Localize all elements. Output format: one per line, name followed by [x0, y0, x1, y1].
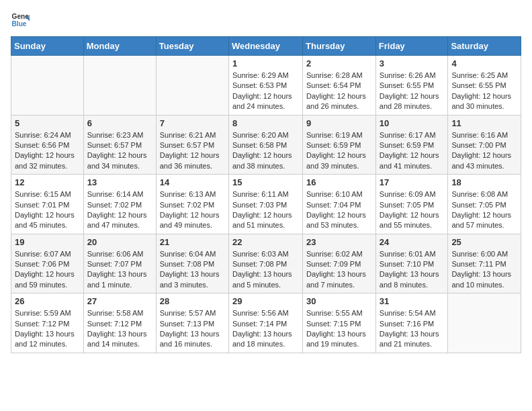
week-row-4: 19Sunrise: 6:07 AM Sunset: 7:06 PM Dayli…: [11, 234, 521, 293]
day-number: 12: [15, 177, 80, 187]
day-number: 26: [15, 296, 80, 306]
day-info: Sunrise: 6:20 AM Sunset: 6:58 PM Dayligh…: [232, 130, 299, 172]
week-row-1: 1Sunrise: 6:29 AM Sunset: 6:53 PM Daylig…: [11, 56, 521, 116]
day-cell-9: 9Sunrise: 6:19 AM Sunset: 6:59 PM Daylig…: [303, 115, 376, 175]
day-number: 17: [380, 177, 445, 187]
day-cell-3: 3Sunrise: 6:26 AM Sunset: 6:55 PM Daylig…: [375, 56, 448, 116]
day-cell-7: 7Sunrise: 6:21 AM Sunset: 6:57 PM Daylig…: [156, 115, 228, 175]
day-cell-10: 10Sunrise: 6:17 AM Sunset: 6:59 PM Dayli…: [375, 115, 448, 175]
day-number: 16: [306, 177, 372, 187]
day-cell-28: 28Sunrise: 5:57 AM Sunset: 7:13 PM Dayli…: [156, 293, 228, 353]
day-cell-4: 4Sunrise: 6:25 AM Sunset: 6:55 PM Daylig…: [448, 56, 521, 116]
weekday-header-sunday: Sunday: [11, 37, 84, 56]
weekday-header-wednesday: Wednesday: [228, 37, 302, 56]
day-number: 7: [160, 118, 225, 128]
page-header: General Blue: [11, 11, 521, 30]
day-cell-17: 17Sunrise: 6:09 AM Sunset: 7:05 PM Dayli…: [375, 175, 448, 234]
day-info: Sunrise: 6:19 AM Sunset: 6:59 PM Dayligh…: [306, 130, 372, 172]
day-cell-22: 22Sunrise: 6:03 AM Sunset: 7:08 PM Dayli…: [228, 234, 302, 293]
day-number: 29: [232, 296, 299, 306]
day-cell-25: 25Sunrise: 6:00 AM Sunset: 7:11 PM Dayli…: [448, 234, 521, 293]
day-number: 18: [451, 177, 517, 187]
day-cell-14: 14Sunrise: 6:13 AM Sunset: 7:02 PM Dayli…: [156, 175, 228, 234]
day-info: Sunrise: 5:55 AM Sunset: 7:15 PM Dayligh…: [306, 308, 372, 350]
day-number: 8: [232, 118, 299, 128]
day-number: 4: [451, 58, 517, 68]
day-number: 11: [451, 118, 517, 128]
day-number: 23: [306, 237, 372, 247]
day-number: 27: [87, 296, 152, 306]
day-number: 31: [380, 296, 445, 306]
day-info: Sunrise: 6:28 AM Sunset: 6:54 PM Dayligh…: [306, 71, 372, 112]
day-number: 10: [380, 118, 445, 128]
day-number: 19: [15, 237, 80, 247]
day-info: Sunrise: 6:25 AM Sunset: 6:55 PM Dayligh…: [451, 71, 517, 112]
day-number: 30: [306, 296, 372, 306]
empty-cell: [83, 56, 156, 116]
day-number: 25: [451, 237, 517, 247]
day-cell-13: 13Sunrise: 6:14 AM Sunset: 7:02 PM Dayli…: [83, 175, 156, 234]
day-cell-20: 20Sunrise: 6:06 AM Sunset: 7:07 PM Dayli…: [83, 234, 156, 293]
day-info: Sunrise: 5:54 AM Sunset: 7:16 PM Dayligh…: [380, 308, 445, 350]
day-cell-15: 15Sunrise: 6:11 AM Sunset: 7:03 PM Dayli…: [228, 175, 302, 234]
day-info: Sunrise: 6:11 AM Sunset: 7:03 PM Dayligh…: [232, 189, 299, 231]
day-cell-8: 8Sunrise: 6:20 AM Sunset: 6:58 PM Daylig…: [228, 115, 302, 175]
day-cell-29: 29Sunrise: 5:56 AM Sunset: 7:14 PM Dayli…: [228, 293, 302, 353]
day-info: Sunrise: 5:58 AM Sunset: 7:12 PM Dayligh…: [87, 308, 152, 350]
day-number: 28: [160, 296, 225, 306]
day-cell-16: 16Sunrise: 6:10 AM Sunset: 7:04 PM Dayli…: [303, 175, 376, 234]
day-number: 5: [15, 118, 80, 128]
day-cell-31: 31Sunrise: 5:54 AM Sunset: 7:16 PM Dayli…: [375, 293, 448, 353]
weekday-header-friday: Friday: [375, 37, 448, 56]
day-cell-12: 12Sunrise: 6:15 AM Sunset: 7:01 PM Dayli…: [11, 175, 84, 234]
day-cell-19: 19Sunrise: 6:07 AM Sunset: 7:06 PM Dayli…: [11, 234, 84, 293]
day-number: 3: [380, 58, 445, 68]
day-cell-26: 26Sunrise: 5:59 AM Sunset: 7:12 PM Dayli…: [11, 293, 84, 353]
day-number: 9: [306, 118, 372, 128]
day-number: 20: [87, 237, 152, 247]
day-info: Sunrise: 6:14 AM Sunset: 7:02 PM Dayligh…: [87, 189, 152, 231]
day-info: Sunrise: 6:17 AM Sunset: 6:59 PM Dayligh…: [380, 130, 445, 172]
day-info: Sunrise: 6:09 AM Sunset: 7:05 PM Dayligh…: [380, 189, 445, 231]
day-info: Sunrise: 6:26 AM Sunset: 6:55 PM Dayligh…: [380, 71, 445, 112]
weekday-header-thursday: Thursday: [303, 37, 376, 56]
svg-text:Blue: Blue: [12, 20, 27, 28]
day-info: Sunrise: 6:23 AM Sunset: 6:57 PM Dayligh…: [87, 130, 152, 172]
day-cell-21: 21Sunrise: 6:04 AM Sunset: 7:08 PM Dayli…: [156, 234, 228, 293]
day-info: Sunrise: 6:08 AM Sunset: 7:05 PM Dayligh…: [451, 189, 517, 231]
day-info: Sunrise: 5:59 AM Sunset: 7:12 PM Dayligh…: [15, 308, 80, 350]
weekday-header-tuesday: Tuesday: [156, 37, 228, 56]
day-info: Sunrise: 6:10 AM Sunset: 7:04 PM Dayligh…: [306, 189, 372, 231]
weekday-header-row: SundayMondayTuesdayWednesdayThursdayFrid…: [11, 37, 521, 56]
day-number: 6: [87, 118, 152, 128]
day-info: Sunrise: 6:04 AM Sunset: 7:08 PM Dayligh…: [160, 249, 225, 291]
day-number: 15: [232, 177, 299, 187]
day-info: Sunrise: 6:02 AM Sunset: 7:09 PM Dayligh…: [306, 249, 372, 291]
weekday-header-saturday: Saturday: [448, 37, 521, 56]
day-info: Sunrise: 5:57 AM Sunset: 7:13 PM Dayligh…: [160, 308, 225, 350]
day-cell-6: 6Sunrise: 6:23 AM Sunset: 6:57 PM Daylig…: [83, 115, 156, 175]
day-info: Sunrise: 6:03 AM Sunset: 7:08 PM Dayligh…: [232, 249, 299, 291]
day-cell-23: 23Sunrise: 6:02 AM Sunset: 7:09 PM Dayli…: [303, 234, 376, 293]
empty-cell: [448, 293, 521, 353]
empty-cell: [11, 56, 84, 116]
day-cell-1: 1Sunrise: 6:29 AM Sunset: 6:53 PM Daylig…: [228, 56, 302, 116]
day-number: 13: [87, 177, 152, 187]
day-info: Sunrise: 6:29 AM Sunset: 6:53 PM Dayligh…: [232, 71, 299, 112]
day-cell-5: 5Sunrise: 6:24 AM Sunset: 6:56 PM Daylig…: [11, 115, 84, 175]
day-number: 21: [160, 237, 225, 247]
day-number: 1: [232, 58, 299, 68]
day-info: Sunrise: 6:24 AM Sunset: 6:56 PM Dayligh…: [15, 130, 80, 172]
day-info: Sunrise: 6:15 AM Sunset: 7:01 PM Dayligh…: [15, 189, 80, 231]
day-info: Sunrise: 5:56 AM Sunset: 7:14 PM Dayligh…: [232, 308, 299, 350]
day-info: Sunrise: 6:00 AM Sunset: 7:11 PM Dayligh…: [451, 249, 517, 291]
week-row-5: 26Sunrise: 5:59 AM Sunset: 7:12 PM Dayli…: [11, 293, 521, 353]
day-number: 14: [160, 177, 225, 187]
day-cell-18: 18Sunrise: 6:08 AM Sunset: 7:05 PM Dayli…: [448, 175, 521, 234]
logo-icon: General Blue: [11, 11, 30, 30]
calendar-table: SundayMondayTuesdayWednesdayThursdayFrid…: [11, 36, 521, 353]
day-number: 24: [380, 237, 445, 247]
day-info: Sunrise: 6:07 AM Sunset: 7:06 PM Dayligh…: [15, 249, 80, 291]
empty-cell: [156, 56, 228, 116]
logo: General Blue: [11, 11, 30, 30]
